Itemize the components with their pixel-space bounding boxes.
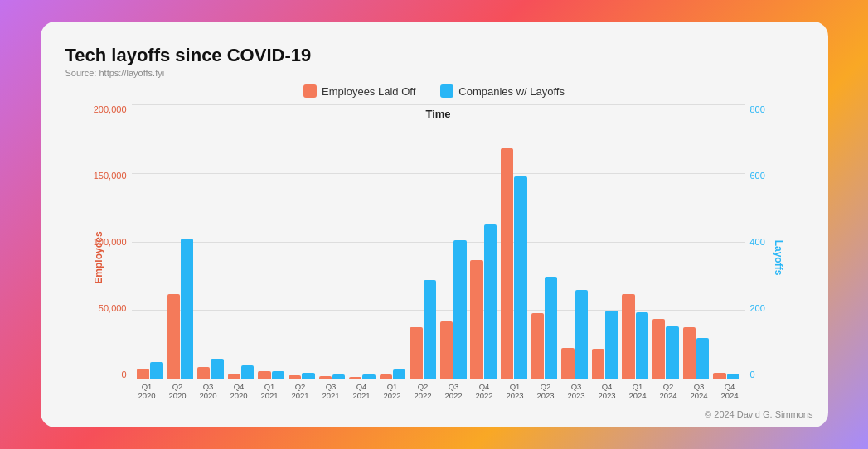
bar-employees xyxy=(592,349,604,379)
bar-employees xyxy=(713,373,725,379)
x-tick: Q12020 xyxy=(132,379,162,411)
bar-employees xyxy=(440,321,453,379)
bar-group xyxy=(225,104,256,379)
x-tick: Q42023 xyxy=(592,379,623,411)
y-axis-label-left: Employees xyxy=(92,231,104,283)
x-tick: Q32022 xyxy=(439,379,469,411)
legend-label-companies: Companies w/ Layoffs xyxy=(458,85,565,98)
bar-group xyxy=(256,104,287,379)
bar-group xyxy=(711,104,742,379)
bar-companies xyxy=(181,239,193,379)
y-axis-left: 200,000150,000100,00050,0000 xyxy=(82,104,132,411)
bar-companies xyxy=(666,326,678,379)
bar-companies xyxy=(514,176,526,379)
bar-companies xyxy=(636,312,648,379)
y-tick-right: 200 xyxy=(750,303,765,313)
bar-employees xyxy=(501,148,513,379)
bar-companies xyxy=(484,224,497,379)
y-axis-label-right: Layoffs xyxy=(773,240,784,276)
bar-employees xyxy=(197,367,210,379)
bar-companies xyxy=(545,277,557,380)
bar-companies xyxy=(150,362,162,379)
y-tick-left: 50,000 xyxy=(99,303,127,313)
legend: Employees Laid Off Companies w/ Layoffs xyxy=(65,84,803,98)
bar-group xyxy=(377,104,408,379)
x-tick: Q22023 xyxy=(531,379,561,411)
x-tick: Q32021 xyxy=(316,379,347,411)
bar-companies xyxy=(453,240,466,379)
y-tick-right: 800 xyxy=(750,104,765,114)
x-tick: Q12024 xyxy=(623,379,653,411)
bar-group xyxy=(165,104,196,379)
bars-container xyxy=(132,104,745,379)
x-tick: Q22022 xyxy=(408,379,439,411)
x-tick: Q22024 xyxy=(653,379,684,411)
bar-companies xyxy=(424,280,436,379)
bar-group xyxy=(286,104,317,379)
legend-companies: Companies w/ Layoffs xyxy=(440,84,565,98)
y-tick-left: 0 xyxy=(121,369,126,379)
x-tick: Q22021 xyxy=(285,379,316,411)
y-tick-left: 150,000 xyxy=(94,171,127,181)
chart-title: Tech layoffs since COVID-19 xyxy=(65,45,803,66)
bar-companies xyxy=(302,373,314,379)
bar-employees xyxy=(531,313,544,379)
chart-area: Employees 200,000150,000100,00050,0000 Q… xyxy=(65,104,803,411)
bar-employees xyxy=(561,348,574,379)
bar-employees xyxy=(228,374,240,379)
x-axis: Q12020Q22020Q32020Q42020Q12021Q22021Q320… xyxy=(132,379,745,411)
legend-label-employees: Employees Laid Off xyxy=(322,85,415,98)
bar-group xyxy=(499,104,530,379)
x-tick: Q42020 xyxy=(224,379,255,411)
x-tick: Q32023 xyxy=(561,379,592,411)
bar-group xyxy=(135,104,166,379)
bar-group xyxy=(196,104,226,379)
legend-swatch-companies xyxy=(440,84,453,98)
x-tick: Q22020 xyxy=(162,379,193,411)
bar-group xyxy=(317,104,347,379)
bar-companies xyxy=(575,290,588,379)
chart-card: Tech layoffs since COVID-19 Source: http… xyxy=(41,22,828,427)
bar-employees xyxy=(622,294,634,379)
y-tick-right: 0 xyxy=(750,369,755,379)
bar-companies xyxy=(241,365,254,379)
legend-employees: Employees Laid Off xyxy=(303,84,415,98)
x-tick: Q12023 xyxy=(500,379,531,411)
bar-group xyxy=(681,104,711,379)
x-tick: Q42021 xyxy=(347,379,377,411)
x-tick: Q12021 xyxy=(255,379,285,411)
bar-group xyxy=(589,104,620,379)
bar-employees xyxy=(470,260,482,379)
x-tick: Q12022 xyxy=(377,379,408,411)
y-tick-left: 200,000 xyxy=(94,104,127,114)
y-tick-right: 400 xyxy=(750,237,765,247)
bar-employees xyxy=(683,327,696,379)
bar-employees xyxy=(410,327,422,379)
bar-employees xyxy=(137,369,149,379)
bar-companies xyxy=(393,369,405,379)
plot-area: Q12020Q22020Q32020Q42020Q12021Q22021Q320… xyxy=(132,104,745,411)
bar-group xyxy=(438,104,468,379)
x-tick: Q42022 xyxy=(469,379,500,411)
x-tick: Q32024 xyxy=(684,379,715,411)
chart-source: Source: https://layoffs.fyi xyxy=(65,68,803,78)
bar-companies xyxy=(696,338,709,379)
bar-group xyxy=(529,104,560,379)
bar-group xyxy=(347,104,378,379)
bar-companies xyxy=(211,359,223,379)
bar-employees xyxy=(652,319,665,379)
bar-employees xyxy=(167,294,180,379)
bar-group xyxy=(408,104,439,379)
bar-companies xyxy=(605,311,618,379)
bar-companies xyxy=(272,371,284,379)
x-tick: Q32020 xyxy=(193,379,224,411)
legend-swatch-employees xyxy=(303,84,317,98)
bar-group xyxy=(620,104,651,379)
x-tick: Q42024 xyxy=(715,379,745,411)
bar-group xyxy=(651,104,681,379)
bar-group xyxy=(560,104,590,379)
y-tick-right: 600 xyxy=(750,171,765,181)
copyright: © 2024 David G. Simmons xyxy=(705,409,812,419)
bar-companies xyxy=(727,374,739,379)
bar-group xyxy=(468,104,499,379)
